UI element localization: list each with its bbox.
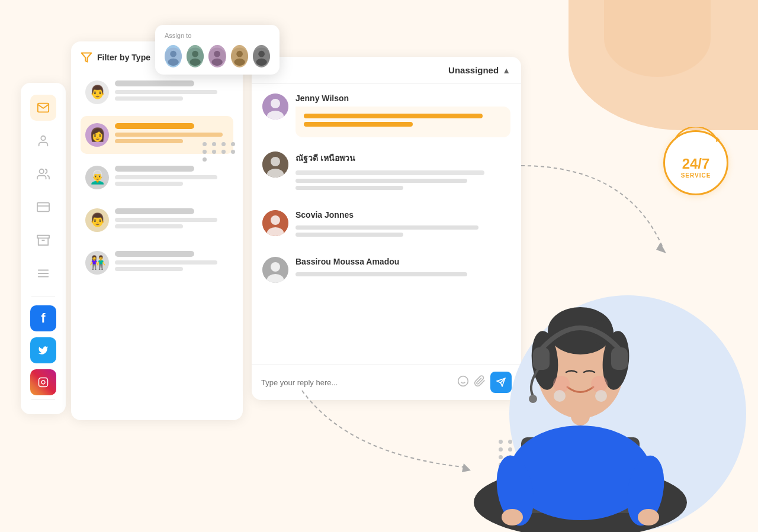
bg-decoration-2 bbox=[604, 0, 711, 77]
svg-point-17 bbox=[168, 59, 178, 66]
svg-point-26 bbox=[234, 59, 245, 66]
svg-point-19 bbox=[192, 51, 198, 57]
filter-icon bbox=[81, 51, 92, 63]
contact-info-3 bbox=[115, 166, 229, 188]
sidebar-divider bbox=[31, 296, 55, 296]
contact-name-bar-5 bbox=[115, 251, 194, 257]
badge-247-text: 24/7 bbox=[682, 156, 710, 172]
svg-point-67 bbox=[591, 376, 608, 392]
msg-bar-2-2 bbox=[296, 179, 467, 183]
contact-item[interactable]: 👨 bbox=[81, 73, 233, 111]
chat-input[interactable] bbox=[261, 378, 452, 387]
svg-rect-9 bbox=[39, 378, 48, 387]
assign-avatar-1[interactable] bbox=[165, 45, 182, 67]
dots-pattern-top bbox=[203, 142, 237, 162]
contact-text-bar-5 bbox=[115, 260, 217, 265]
contact-avatar-5: 👫 bbox=[85, 251, 109, 275]
contact-text-bar-sel-1 bbox=[115, 133, 223, 137]
chat-message-jenny: Jenny Wilson bbox=[262, 93, 510, 137]
svg-point-22 bbox=[214, 51, 221, 57]
svg-point-20 bbox=[190, 59, 201, 66]
svg-point-23 bbox=[212, 59, 223, 66]
contact-name-bar bbox=[115, 80, 194, 86]
contact-name-bar-3 bbox=[115, 166, 194, 172]
contact-text-bar bbox=[115, 90, 217, 94]
contact-item-4[interactable]: 👨 bbox=[81, 201, 233, 239]
sidebar-social-instagram[interactable] bbox=[30, 369, 56, 395]
contact-text-bar-short bbox=[115, 96, 183, 101]
sidebar-icon-ticket[interactable] bbox=[30, 194, 56, 220]
main-header: Unassigned ▲ bbox=[252, 57, 521, 84]
svg-point-70 bbox=[529, 395, 537, 403]
contact-item-5[interactable]: 👫 bbox=[81, 244, 233, 282]
svg-point-71 bbox=[554, 390, 566, 402]
svg-point-66 bbox=[553, 376, 570, 392]
jenny-bar-1 bbox=[304, 114, 483, 118]
assign-avatar-5[interactable] bbox=[253, 45, 270, 67]
svg-point-28 bbox=[258, 51, 265, 57]
sidebar-social-twitter[interactable] bbox=[30, 337, 56, 363]
svg-point-1 bbox=[40, 169, 44, 173]
bassirou-bar-1 bbox=[296, 272, 467, 276]
contact-list-panel: Filter by Type 👨 👩 👨‍🦳 👨 bbox=[71, 41, 243, 420]
svg-point-58 bbox=[502, 509, 523, 525]
assign-avatar-3[interactable] bbox=[208, 45, 226, 67]
svg-point-0 bbox=[41, 136, 45, 140]
contact-text-bar-3s bbox=[115, 182, 183, 186]
contact-info-5 bbox=[115, 251, 229, 273]
jenny-bubble bbox=[296, 107, 510, 137]
contact-avatar-3: 👨‍🦳 bbox=[85, 166, 109, 189]
assign-avatar-2[interactable] bbox=[187, 45, 204, 67]
svg-rect-2 bbox=[37, 203, 49, 212]
contact-text-bar-sel-2 bbox=[115, 139, 183, 143]
chevron-up-icon[interactable]: ▲ bbox=[502, 66, 510, 75]
svg-point-37 bbox=[271, 215, 280, 225]
contact-text-bar-3 bbox=[115, 175, 217, 179]
assign-avatar-4[interactable] bbox=[231, 45, 248, 67]
svg-rect-68 bbox=[533, 347, 550, 370]
sidebar: f bbox=[21, 83, 66, 414]
msg-bar-2-3 bbox=[296, 186, 403, 190]
contact-avatar-selected: 👩 bbox=[85, 123, 109, 147]
svg-point-31 bbox=[271, 99, 280, 108]
contact-name-bar-4 bbox=[115, 208, 194, 214]
svg-marker-11 bbox=[82, 53, 92, 62]
contact-avatar: 👨 bbox=[85, 80, 109, 104]
agent-illustration bbox=[450, 189, 711, 532]
sidebar-social-facebook[interactable]: f bbox=[30, 305, 56, 331]
svg-point-40 bbox=[271, 262, 280, 272]
jenny-content: Jenny Wilson bbox=[296, 93, 510, 137]
clock-arc-icon bbox=[669, 127, 722, 143]
sidebar-icon-inbox[interactable] bbox=[30, 95, 56, 121]
assign-popup: Assign to bbox=[155, 25, 280, 75]
scovia-bar-2 bbox=[296, 233, 403, 237]
sidebar-icon-users[interactable] bbox=[30, 161, 56, 187]
svg-point-16 bbox=[170, 51, 176, 57]
msg-bar-2-1 bbox=[296, 170, 484, 175]
badge-service-text: SERVICE bbox=[681, 172, 711, 179]
jenny-name: Jenny Wilson bbox=[296, 93, 510, 103]
contact-name-bar-selected bbox=[115, 123, 194, 129]
svg-point-72 bbox=[595, 390, 607, 402]
contact-text-bar-4 bbox=[115, 218, 217, 222]
service-badge: 24/7 SERVICE bbox=[663, 130, 728, 195]
svg-point-34 bbox=[271, 157, 280, 166]
panel-title: Filter by Type bbox=[97, 53, 150, 62]
contact-text-bar-5s bbox=[115, 267, 183, 271]
contact-item-3[interactable]: 👨‍🦳 bbox=[81, 159, 233, 196]
msg-name-2: ณัฐวดี เหนือพวน bbox=[296, 151, 510, 165]
svg-point-59 bbox=[638, 509, 659, 525]
unassigned-label: Unassigned bbox=[448, 65, 499, 75]
svg-point-29 bbox=[256, 59, 266, 66]
svg-rect-69 bbox=[611, 347, 628, 370]
svg-marker-49 bbox=[716, 137, 720, 142]
scovia-avatar bbox=[262, 210, 288, 236]
contact-text-bar-4s bbox=[115, 224, 183, 228]
sidebar-icon-notes[interactable] bbox=[30, 260, 56, 286]
contact-info bbox=[115, 80, 229, 103]
sidebar-icon-archive[interactable] bbox=[30, 227, 56, 253]
sidebar-icon-user[interactable] bbox=[30, 128, 56, 154]
panel-title-area: Filter by Type bbox=[81, 51, 150, 63]
contact-avatar-4: 👨 bbox=[85, 208, 109, 232]
assign-avatars bbox=[165, 45, 270, 67]
